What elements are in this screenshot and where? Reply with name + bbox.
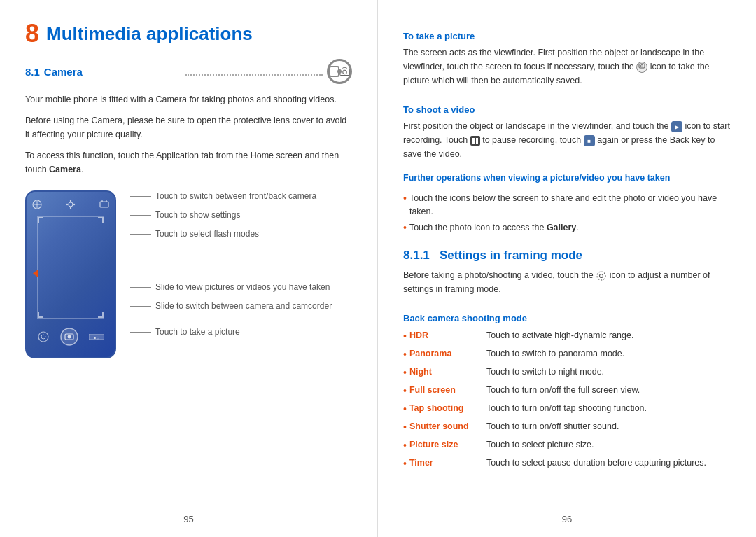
bullet-dot: •	[403, 192, 407, 206]
settings-inline-icon	[596, 270, 607, 281]
further-ops-title: Further operations when viewing a pictur…	[403, 171, 731, 185]
settings-desc: Touch to activate high-dynamic range.	[486, 329, 731, 342]
callout-text-4: Slide to switch between camera and camco…	[155, 300, 332, 312]
chapter-number: 8	[25, 21, 39, 46]
section-number: 8.1	[25, 66, 40, 78]
svg-point-25	[597, 272, 606, 280]
settings-row-fullscreen: • Full screen Touch to turn on/off the f…	[403, 384, 731, 398]
phone-top-bar	[32, 197, 109, 211]
settings-term: Shutter sound	[410, 420, 486, 433]
settings-table: • HDR Touch to activate high-dynamic ran…	[403, 329, 731, 475]
take-picture-text: The screen acts as the viewfinder. First…	[403, 46, 731, 88]
phone-arrow-left	[30, 268, 41, 281]
svg-point-19	[68, 335, 71, 339]
settings-desc: Touch to select picture size.	[486, 438, 731, 452]
further-ops-item-1: • Touch the icons below the screen to sh…	[403, 192, 731, 218]
left-page: 8 Multimedia applications 8.1 Camera You…	[0, 0, 378, 537]
svg-point-15	[38, 332, 48, 342]
svg-point-6	[69, 202, 73, 207]
phone-viewfinder	[37, 216, 104, 319]
callout-line	[130, 196, 151, 197]
bullet: •	[403, 347, 407, 362]
bullet: •	[403, 456, 407, 471]
settings-desc: Touch to turn on/off the full screen vie…	[486, 384, 731, 397]
svg-point-8	[70, 207, 71, 209]
intro-text-1: Your mobile phone is fitted with a Camer…	[25, 92, 352, 106]
settings-term: Picture size	[410, 438, 486, 452]
svg-point-1	[343, 70, 346, 74]
camera-icon	[327, 59, 352, 84]
settings-desc: Touch to switch to panorama mode.	[486, 347, 731, 361]
settings-row-panorama: • Panorama Touch to switch to panorama m…	[403, 347, 731, 362]
chapter-header: 8 Multimedia applications	[25, 21, 352, 46]
shoot-video-text: First position the object or landscape i…	[403, 119, 731, 161]
further-ops-list: • Touch the icons below the screen to sh…	[403, 192, 731, 237]
svg-rect-22	[639, 64, 645, 68]
page-number-right: 96	[562, 514, 572, 524]
svg-rect-2	[343, 68, 346, 69]
callout-line	[130, 332, 151, 333]
callout-text-0: Touch to switch between front/back camer…	[155, 190, 316, 202]
settings-row-tapshooting: • Tap shooting Touch to turn on/off tap …	[403, 402, 731, 417]
settings-term: Full screen	[410, 384, 486, 397]
callout-text-5: Touch to take a picture	[155, 326, 240, 338]
callout-text-3: Slide to view pictures or videos you hav…	[155, 281, 330, 293]
settings-desc: Touch to turn on/off shutter sound.	[486, 420, 731, 433]
callout-line	[130, 287, 151, 288]
phone-mockup: ■ ◇	[25, 190, 116, 358]
section-title: Camera	[44, 66, 181, 78]
chapter-title: Multimedia applications	[46, 24, 253, 44]
callout-item: Touch to select flash modes	[130, 228, 352, 240]
bullet: •	[403, 365, 407, 380]
bullet: •	[403, 402, 407, 417]
callout-item: Slide to view pictures or videos you hav…	[130, 281, 352, 293]
bullet: •	[403, 420, 407, 435]
callout-line	[130, 234, 151, 235]
svg-marker-14	[33, 270, 38, 278]
callout-item: Touch to show settings	[130, 209, 352, 221]
camera-diagram: ■ ◇ Touch to switch between front/back c…	[25, 190, 352, 358]
intro-text-2: Before using the Camera, please be sure …	[25, 113, 352, 141]
svg-point-9	[66, 204, 68, 205]
section-dots	[186, 67, 323, 76]
settings-term: Panorama	[410, 347, 486, 361]
camera-inline-icon	[636, 62, 648, 73]
section-81-header: 8.1 Camera	[25, 59, 352, 84]
settings-row-picturesize: • Picture size Touch to select picture s…	[403, 438, 731, 453]
callout-item: Slide to switch between camera and camco…	[130, 300, 352, 312]
callout-item: Touch to switch between front/back camer…	[130, 190, 352, 202]
settings-desc: Touch to select pause duration before ca…	[486, 456, 731, 470]
bullet-dot: •	[403, 221, 407, 235]
settings-row-hdr: • HDR Touch to activate high-dynamic ran…	[403, 329, 731, 344]
right-page: To take a picture The screen acts as the…	[378, 0, 756, 537]
settings-term: HDR	[410, 329, 486, 342]
bullet: •	[403, 384, 407, 398]
shoot-video-title: To shoot a video	[403, 104, 731, 115]
section-811-text: Before taking a photo/shooting a video, …	[403, 268, 731, 296]
svg-point-10	[74, 204, 75, 205]
settings-term: Night	[410, 365, 486, 379]
callout-line	[130, 215, 151, 216]
settings-desc: Touch to turn on/off tap shooting functi…	[486, 402, 731, 415]
intro-text-3: To access this function, touch the Appli…	[25, 148, 352, 176]
svg-rect-11	[100, 202, 108, 207]
callout-line	[130, 306, 151, 307]
settings-row-night: • Night Touch to switch to night mode.	[403, 365, 731, 380]
pause-inline-icon	[470, 136, 480, 146]
stop-inline-icon: ■	[584, 135, 595, 146]
svg-point-23	[641, 64, 643, 67]
settings-row-shuttersound: • Shutter sound Touch to turn on/off shu…	[403, 420, 731, 435]
phone-bottom-bar: ■ ◇	[32, 321, 109, 353]
callout-item: Touch to take a picture	[130, 326, 352, 338]
video-inline-icon: ▶	[671, 121, 682, 132]
section-811-header: 8.1.1 Settings in framing mode	[403, 249, 731, 263]
settings-term: Timer	[410, 456, 486, 470]
svg-point-16	[41, 335, 46, 339]
settings-desc: Touch to switch to night mode.	[486, 365, 731, 379]
svg-point-7	[70, 200, 71, 202]
take-picture-title: To take a picture	[403, 31, 731, 41]
back-camera-title: Back camera shooting mode	[403, 313, 731, 323]
bullet: •	[403, 329, 407, 344]
callout-text-1: Touch to show settings	[155, 209, 240, 221]
svg-text:■ ◇: ■ ◇	[94, 335, 99, 340]
